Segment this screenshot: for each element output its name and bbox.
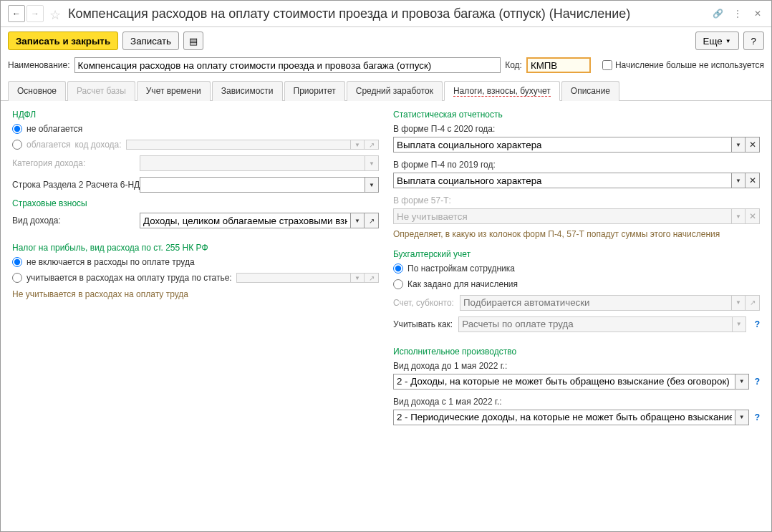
acc-as-combo: ▼ [458, 316, 746, 332]
tab-time[interactable]: Учет времени [137, 81, 211, 101]
clear-icon: ✕ [746, 208, 760, 224]
left-column: НДФЛ не облагается облагается код дохода… [12, 110, 379, 523]
income-type-combo[interactable]: ▼ ↗ [140, 213, 379, 228]
dropdown-icon[interactable]: ▼ [731, 173, 746, 188]
tab-priority[interactable]: Приоритет [284, 81, 345, 101]
help-button[interactable]: ? [743, 32, 764, 50]
menu-icon[interactable]: ⋮ [731, 7, 744, 20]
tab-main[interactable]: Основное [8, 81, 66, 101]
close-icon[interactable]: ✕ [751, 7, 764, 20]
open-icon: ↗ [365, 273, 379, 283]
tab-base[interactable]: Расчет базы [67, 81, 135, 101]
row6-combo[interactable]: ▼ [140, 177, 379, 193]
header-row: Наименование: Код: Начисление больше не … [1, 54, 771, 80]
p4-2020-combo[interactable]: ▼ ✕ [393, 137, 760, 153]
dropdown-icon[interactable]: ▼ [365, 177, 379, 193]
window-title: Компенсация расходов на оплату стоимости… [68, 6, 711, 21]
ndfl-taxed-radio[interactable] [12, 140, 22, 150]
income-cat-combo: ▼ [140, 155, 379, 171]
profit-article-combo: ▼ ↗ [236, 273, 379, 283]
dropdown-icon: ▼ [731, 208, 746, 224]
p4-2019-label: В форме П-4 по 2019 год: [393, 160, 760, 170]
acc-as-row: Учитывать как: ▼ ? [393, 316, 760, 332]
acc-account-row: Счет, субконто: ▼ ↗ [393, 295, 760, 311]
nav-buttons: ← → [8, 5, 44, 22]
stat-title: Статистическая отчетность [393, 110, 760, 120]
dropdown-icon[interactable]: ▼ [735, 374, 749, 390]
acc-custom-radio[interactable]: Как задано для начисления [393, 279, 760, 289]
forward-button[interactable]: → [26, 5, 44, 22]
profit-not-inc-radio[interactable]: не включается в расходы по оплате труда [12, 257, 379, 267]
profit-inc-row: учитывается в расходах на оплату труда п… [12, 273, 379, 283]
content: НДФЛ не облагается облагается код дохода… [1, 101, 771, 531]
profit-title: Налог на прибыль, вид расхода по ст. 255… [12, 243, 379, 253]
open-icon: ↗ [365, 140, 379, 150]
dropdown-icon: ▼ [350, 140, 365, 150]
open-icon: ↗ [746, 295, 760, 311]
tab-deps[interactable]: Зависимости [212, 81, 283, 101]
profit-inc-radio[interactable] [12, 273, 22, 283]
help-icon[interactable]: ? [755, 377, 760, 387]
acc-title: Бухгалтерский учет [393, 249, 760, 259]
help-icon[interactable]: ? [755, 319, 760, 329]
link-icon[interactable]: 🔗 [711, 7, 724, 20]
ndfl-title: НДФЛ [12, 110, 379, 120]
dropdown-icon: ▼ [350, 273, 365, 283]
save-button[interactable]: Записать [122, 32, 179, 50]
dropdown-icon: ▼ [365, 155, 379, 171]
right-column: Статистическая отчетность В форме П-4 с … [393, 110, 760, 523]
p4-2020-label: В форме П-4 с 2020 года: [393, 124, 760, 134]
title-actions: 🔗 ⋮ ✕ [711, 7, 764, 20]
more-button[interactable]: Еще [695, 32, 739, 50]
row6-row: Строка Раздела 2 Расчета 6-НДФЛ: ▼ [12, 177, 379, 193]
income-cat-row: Категория дохода: ▼ [12, 155, 379, 171]
not-used-check[interactable] [602, 60, 612, 70]
favorite-icon[interactable]: ☆ [49, 7, 62, 20]
code-input[interactable] [526, 57, 591, 73]
not-used-label: Начисление больше не используется [615, 60, 764, 70]
dropdown-icon[interactable]: ▼ [731, 137, 746, 153]
tab-taxes[interactable]: Налоги, взносы, бухучет [444, 81, 560, 101]
dropdown-icon: ▼ [732, 316, 746, 332]
save-close-button[interactable]: Записать и закрыть [8, 32, 118, 50]
open-icon[interactable]: ↗ [365, 213, 379, 228]
ndfl-code-combo: ▼ ↗ [126, 140, 379, 150]
t57-label: В форме 57-Т: [393, 195, 760, 205]
tab-desc[interactable]: Описание [561, 81, 619, 101]
exec-before-label: Вид дохода до 1 мая 2022 г.: [393, 361, 760, 371]
card-button[interactable]: ▤ [183, 32, 203, 50]
clear-icon[interactable]: ✕ [746, 137, 760, 153]
dropdown-icon: ▼ [731, 295, 746, 311]
tabs: Основное Расчет базы Учет времени Зависи… [1, 80, 771, 101]
tab-avg[interactable]: Средний заработок [347, 81, 443, 101]
income-type-row: Вид дохода: ▼ ↗ [12, 213, 379, 228]
exec-after-combo[interactable]: ▼ [393, 410, 749, 425]
back-button[interactable]: ← [8, 5, 25, 22]
ndfl-not-taxed-radio[interactable]: не облагается [12, 124, 379, 134]
acc-by-emp-radio[interactable]: По настройкам сотрудника [393, 263, 760, 274]
ndfl-taxed-row: облагается код дохода: ▼ ↗ [12, 140, 379, 150]
dropdown-icon[interactable]: ▼ [350, 213, 365, 228]
help-icon[interactable]: ? [755, 412, 760, 422]
exec-title: Исполнительное производство [393, 347, 760, 357]
exec-after-label: Вид дохода с 1 мая 2022 г.: [393, 397, 760, 407]
code-label: Код: [505, 60, 522, 70]
titlebar: ← → ☆ Компенсация расходов на оплату сто… [1, 1, 771, 27]
dropdown-icon[interactable]: ▼ [735, 410, 749, 425]
exec-before-combo[interactable]: ▼ [393, 374, 749, 390]
stat-note: Определяет, в какую из колонок форм П-4,… [393, 228, 760, 241]
p4-2019-combo[interactable]: ▼ ✕ [393, 173, 760, 188]
name-label: Наименование: [8, 60, 70, 70]
toolbar: Записать и закрыть Записать ▤ Еще ? [1, 27, 771, 54]
name-input[interactable] [74, 57, 501, 73]
not-used-checkbox[interactable]: Начисление больше не используется [602, 60, 764, 70]
ins-title: Страховые взносы [12, 198, 379, 208]
acc-account-combo: ▼ ↗ [460, 295, 760, 311]
t57-combo: ▼ ✕ [393, 208, 760, 224]
clear-icon[interactable]: ✕ [746, 173, 760, 188]
profit-note: Не учитывается в расходах на оплату труд… [12, 289, 379, 301]
window: ← → ☆ Компенсация расходов на оплату сто… [0, 0, 772, 532]
